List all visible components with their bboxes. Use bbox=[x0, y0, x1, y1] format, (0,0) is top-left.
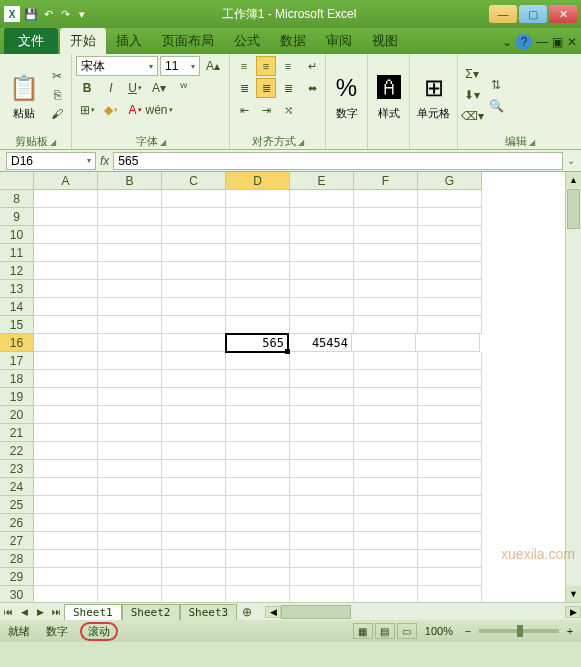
cell-G16[interactable] bbox=[416, 334, 480, 352]
col-header-A[interactable]: A bbox=[34, 172, 98, 190]
col-header-B[interactable]: B bbox=[98, 172, 162, 190]
increase-font-icon[interactable]: A▴ bbox=[202, 56, 224, 76]
cell-C26[interactable] bbox=[162, 514, 226, 532]
cell-G20[interactable] bbox=[418, 406, 482, 424]
hscroll-thumb[interactable] bbox=[281, 605, 351, 619]
sheet-nav-first-icon[interactable]: ⏮ bbox=[0, 607, 16, 617]
number-format-button[interactable]: % 数字 bbox=[330, 56, 363, 134]
cell-C11[interactable] bbox=[162, 244, 226, 262]
col-header-C[interactable]: C bbox=[162, 172, 226, 190]
cell-F17[interactable] bbox=[354, 352, 418, 370]
cell-E16[interactable]: 45454 bbox=[288, 334, 352, 352]
cell-C18[interactable] bbox=[162, 370, 226, 388]
cell-C10[interactable] bbox=[162, 226, 226, 244]
cell-D27[interactable] bbox=[226, 532, 290, 550]
tab-view[interactable]: 视图 bbox=[362, 28, 408, 54]
cell-F9[interactable] bbox=[354, 208, 418, 226]
bold-button[interactable]: B bbox=[76, 78, 98, 98]
cell-A14[interactable] bbox=[34, 298, 98, 316]
copy-icon[interactable]: ⎘ bbox=[47, 86, 67, 104]
align-left-icon[interactable]: ≣ bbox=[234, 78, 254, 98]
cell-C9[interactable] bbox=[162, 208, 226, 226]
cell-G19[interactable] bbox=[418, 388, 482, 406]
row-header-13[interactable]: 13 bbox=[0, 280, 34, 298]
wrap-text-icon[interactable]: ↵ bbox=[302, 56, 322, 76]
cell-F25[interactable] bbox=[354, 496, 418, 514]
phonetic-guide-icon[interactable]: wén bbox=[148, 100, 170, 120]
cell-F11[interactable] bbox=[354, 244, 418, 262]
cell-A20[interactable] bbox=[34, 406, 98, 424]
cell-E22[interactable] bbox=[290, 442, 354, 460]
cell-E17[interactable] bbox=[290, 352, 354, 370]
cell-E30[interactable] bbox=[290, 586, 354, 602]
cell-F18[interactable] bbox=[354, 370, 418, 388]
sheet-nav-next-icon[interactable]: ▶ bbox=[32, 607, 48, 617]
cell-B16[interactable] bbox=[98, 334, 162, 352]
cell-F16[interactable] bbox=[352, 334, 416, 352]
cell-F24[interactable] bbox=[354, 478, 418, 496]
increase-indent-icon[interactable]: ⇥ bbox=[256, 100, 276, 120]
cell-D28[interactable] bbox=[226, 550, 290, 568]
cell-B24[interactable] bbox=[98, 478, 162, 496]
align-right-icon[interactable]: ≣ bbox=[278, 78, 298, 98]
cell-C14[interactable] bbox=[162, 298, 226, 316]
zoom-in-icon[interactable]: + bbox=[563, 625, 577, 637]
row-header-22[interactable]: 22 bbox=[0, 442, 34, 460]
cell-A25[interactable] bbox=[34, 496, 98, 514]
cell-D26[interactable] bbox=[226, 514, 290, 532]
cell-F28[interactable] bbox=[354, 550, 418, 568]
cell-D13[interactable] bbox=[226, 280, 290, 298]
save-icon[interactable]: 💾 bbox=[24, 7, 38, 21]
cell-D25[interactable] bbox=[226, 496, 290, 514]
cell-A24[interactable] bbox=[34, 478, 98, 496]
select-all-corner[interactable] bbox=[0, 172, 34, 190]
cell-D8[interactable] bbox=[226, 190, 290, 208]
cell-F21[interactable] bbox=[354, 424, 418, 442]
decrease-indent-icon[interactable]: ⇤ bbox=[234, 100, 254, 120]
cell-G15[interactable] bbox=[418, 316, 482, 334]
cell-D20[interactable] bbox=[226, 406, 290, 424]
cell-A26[interactable] bbox=[34, 514, 98, 532]
cell-G8[interactable] bbox=[418, 190, 482, 208]
cell-D23[interactable] bbox=[226, 460, 290, 478]
cell-B17[interactable] bbox=[98, 352, 162, 370]
row-header-12[interactable]: 12 bbox=[0, 262, 34, 280]
cell-D24[interactable] bbox=[226, 478, 290, 496]
cell-C29[interactable] bbox=[162, 568, 226, 586]
view-page-layout-icon[interactable]: ▤ bbox=[375, 623, 395, 639]
cell-E25[interactable] bbox=[290, 496, 354, 514]
cell-G22[interactable] bbox=[418, 442, 482, 460]
row-header-23[interactable]: 23 bbox=[0, 460, 34, 478]
cell-G18[interactable] bbox=[418, 370, 482, 388]
cell-E24[interactable] bbox=[290, 478, 354, 496]
horizontal-scrollbar[interactable]: ◀ ▶ bbox=[265, 605, 581, 619]
fill-icon[interactable]: ⬇▾ bbox=[462, 86, 482, 104]
italic-button[interactable]: I bbox=[100, 78, 122, 98]
undo-icon[interactable]: ↶ bbox=[41, 7, 55, 21]
cell-B20[interactable] bbox=[98, 406, 162, 424]
cell-C19[interactable] bbox=[162, 388, 226, 406]
cell-A17[interactable] bbox=[34, 352, 98, 370]
decrease-font-icon[interactable]: A▾ bbox=[148, 78, 170, 98]
cell-G28[interactable] bbox=[418, 550, 482, 568]
cell-C22[interactable] bbox=[162, 442, 226, 460]
row-header-29[interactable]: 29 bbox=[0, 568, 34, 586]
cell-C25[interactable] bbox=[162, 496, 226, 514]
cell-E15[interactable] bbox=[290, 316, 354, 334]
tab-file[interactable]: 文件 bbox=[4, 28, 58, 54]
tab-page-layout[interactable]: 页面布局 bbox=[152, 28, 224, 54]
phonetic-icon[interactable]: ᵂ bbox=[172, 78, 194, 98]
cell-B29[interactable] bbox=[98, 568, 162, 586]
cell-B21[interactable] bbox=[98, 424, 162, 442]
cell-D11[interactable] bbox=[226, 244, 290, 262]
cell-G12[interactable] bbox=[418, 262, 482, 280]
cell-B19[interactable] bbox=[98, 388, 162, 406]
cell-C13[interactable] bbox=[162, 280, 226, 298]
cell-G21[interactable] bbox=[418, 424, 482, 442]
cell-G24[interactable] bbox=[418, 478, 482, 496]
cells-button[interactable]: ⊞ 单元格 bbox=[414, 56, 453, 134]
cell-G9[interactable] bbox=[418, 208, 482, 226]
cell-A27[interactable] bbox=[34, 532, 98, 550]
cell-B30[interactable] bbox=[98, 586, 162, 602]
format-painter-icon[interactable]: 🖌 bbox=[47, 105, 67, 123]
